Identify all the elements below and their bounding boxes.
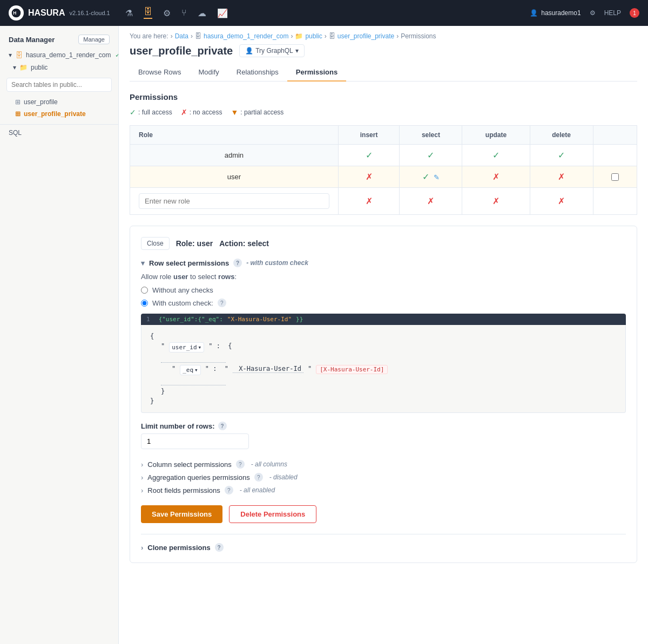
table-grid-icon: ⊞	[15, 98, 21, 106]
legend-full-label: : full access	[138, 109, 172, 116]
save-permissions-button[interactable]: Save Permissions	[141, 505, 222, 523]
no-checks-radio[interactable]	[141, 287, 148, 294]
admin-update[interactable]: ✓	[462, 145, 530, 166]
sidebar-item-user-profile[interactable]: ⊞ user_profile	[0, 96, 118, 108]
git-nav-icon[interactable]: ⑂	[181, 8, 187, 18]
breadcrumb-schema[interactable]: public	[305, 32, 322, 40]
user-row-checkbox[interactable]	[611, 173, 619, 181]
root-fields-label: Root fields permissions	[147, 486, 220, 494]
search-input[interactable]	[6, 78, 112, 92]
tab-modify[interactable]: Modify	[190, 64, 227, 82]
user-insert[interactable]: ✗	[338, 166, 400, 188]
help-icon[interactable]: ?	[233, 259, 242, 267]
dotted-line-1	[161, 355, 226, 363]
sidebar-item-user-profile-private[interactable]: ⊞ user_profile_private	[0, 108, 118, 120]
hasura-logo-icon: H	[9, 5, 24, 21]
notification-badge[interactable]: 1	[630, 8, 639, 18]
rows-label-strong: rows	[218, 273, 234, 281]
help-icon-6[interactable]: ?	[225, 486, 233, 494]
close-button[interactable]: Close	[141, 237, 170, 250]
main-layout: Data Manager Manage ▾ 🗄 hasura_demo_1_re…	[0, 26, 648, 644]
cloud-nav-icon[interactable]: ☁	[198, 8, 206, 18]
breadcrumb-schema-icon: 📁	[295, 32, 303, 40]
new-update[interactable]: ✗	[462, 188, 530, 215]
sidebar-item-sql[interactable]: SQL	[0, 124, 118, 141]
radio-custom-check[interactable]: With custom check: ?	[141, 299, 626, 307]
flask-icon[interactable]: ⚗	[125, 8, 133, 18]
field-dropdown[interactable]: user_id ▾	[169, 342, 204, 352]
help-button[interactable]: HELP	[604, 9, 621, 17]
user-select[interactable]: ✓ ✎	[400, 166, 462, 188]
tab-permissions[interactable]: Permissions	[287, 64, 346, 82]
breadcrumb-table[interactable]: user_profile_private	[338, 32, 394, 40]
new-role-input[interactable]	[139, 193, 329, 209]
admin-insert[interactable]: ✓	[338, 145, 400, 166]
new-select[interactable]: ✗	[400, 188, 462, 215]
new-insert[interactable]: ✗	[338, 188, 400, 215]
database-nav-icon[interactable]: 🗄	[144, 7, 152, 19]
table-row: admin ✓ ✓ ✓ ✓	[130, 145, 637, 166]
code-editor[interactable]: { " user_id ▾ " : { " _eq ▾ " : "	[141, 325, 626, 413]
delete-permissions-button[interactable]: Delete Permissions	[229, 505, 316, 523]
breadcrumb-db[interactable]: hasura_demo_1_render_com	[204, 32, 288, 40]
check-icon: ✓	[558, 151, 565, 160]
column-select-section[interactable]: › Column select permissions ? - all colu…	[141, 460, 626, 469]
user-delete[interactable]: ✗	[530, 166, 593, 188]
main-content: You are here: › Data › 🗄 hasura_demo_1_r…	[119, 26, 648, 644]
clone-section: › Clone permissions ?	[141, 534, 626, 552]
clone-header[interactable]: › Clone permissions ?	[141, 543, 626, 552]
limit-input[interactable]	[141, 433, 249, 449]
breadcrumb-data[interactable]: Data	[175, 32, 188, 40]
col-delete: delete	[530, 126, 593, 145]
help-icon-4[interactable]: ?	[236, 460, 245, 469]
admin-select[interactable]: ✓	[400, 145, 462, 166]
help-icon-7[interactable]: ?	[215, 543, 224, 552]
pencil-icon[interactable]: ✎	[434, 173, 440, 181]
collapsible-sections: › Column select permissions ? - all colu…	[141, 460, 626, 494]
data-manager-label: Data Manager	[9, 36, 55, 44]
quote-2: "	[172, 365, 176, 372]
sidebar: Data Manager Manage ▾ 🗄 hasura_demo_1_re…	[0, 26, 119, 644]
help-icon-3[interactable]: ?	[218, 422, 227, 430]
tab-relationships[interactable]: Relationships	[228, 64, 287, 82]
chevron-down-icon: ▾	[295, 47, 299, 55]
row-select-permissions-section: ▾ Row select permissions ? - with custom…	[141, 259, 626, 413]
app-name: HASURA	[28, 8, 65, 18]
db-name: hasura_demo_1_render_com	[26, 51, 111, 59]
check-options: Without any checks With custom check: ?	[141, 286, 626, 307]
root-fields-section[interactable]: › Root fields permissions ? - all enable…	[141, 486, 626, 494]
colon-1: " : {	[208, 342, 232, 350]
operator-dropdown[interactable]: _eq ▾	[180, 365, 201, 375]
check-icon: ✓	[492, 151, 500, 160]
admin-delete[interactable]: ✓	[530, 145, 593, 166]
row-select-title: Row select permissions	[149, 259, 229, 267]
gear-icon[interactable]: ⚙	[590, 9, 596, 17]
page-header: user_profile_private 👤 Try GraphQL ▾	[119, 42, 648, 57]
value-input[interactable]: X-Hasura-User-Id	[233, 365, 303, 373]
radio-no-checks[interactable]: Without any checks	[141, 286, 626, 294]
aggregation-section[interactable]: › Aggregation queries permissions ? - di…	[141, 473, 626, 482]
breadcrumb-sep-0: ›	[171, 32, 173, 40]
help-icon-2[interactable]: ?	[218, 299, 226, 307]
legend-x-icon: ✗	[181, 108, 187, 117]
schema-item[interactable]: ▾ 📁 public	[0, 62, 118, 73]
tab-browse-rows[interactable]: Browse Rows	[130, 64, 190, 82]
breadcrumb-current: Permissions	[401, 32, 436, 40]
custom-check-radio[interactable]	[141, 300, 148, 307]
user-update[interactable]: ✗	[462, 166, 530, 188]
new-delete[interactable]: ✗	[530, 188, 593, 215]
settings-nav-icon[interactable]: ⚙	[163, 8, 171, 18]
permissions-table: Role insert select update delete admin ✓…	[130, 125, 637, 215]
column-select-note: - all columns	[251, 460, 287, 468]
role-admin: admin	[130, 145, 339, 166]
table-header-row: Role insert select update delete	[130, 126, 637, 145]
row-select-header[interactable]: ▾ Row select permissions ? - with custom…	[141, 259, 626, 267]
chart-nav-icon[interactable]: 📈	[217, 8, 228, 18]
app-version: v2.16.1-cloud.1	[69, 10, 110, 16]
database-item[interactable]: ▾ 🗄 hasura_demo_1_render_com ✓	[0, 49, 118, 62]
try-graphql-button[interactable]: 👤 Try GraphQL ▾	[239, 44, 305, 57]
legend-no-access: ✗ : no access	[181, 108, 222, 117]
manage-button[interactable]: Manage	[78, 35, 110, 44]
help-icon-5[interactable]: ?	[254, 473, 263, 482]
code-line-open: {	[150, 331, 617, 341]
